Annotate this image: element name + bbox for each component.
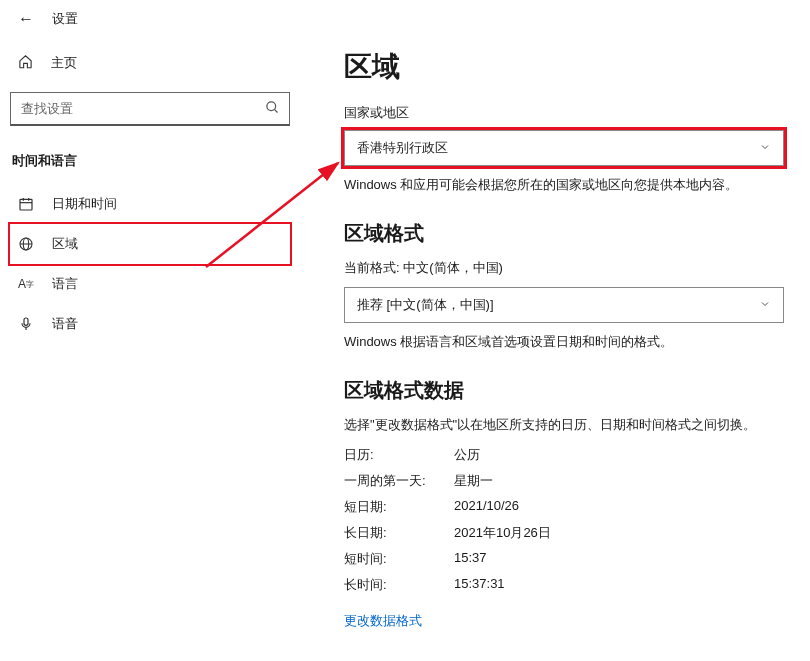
chevron-down-icon: [759, 298, 771, 313]
region-format-value: 推荐 [中文(简体，中国)]: [357, 296, 494, 314]
data-row: 长时间:15:37:31: [344, 572, 790, 598]
current-format-label: 当前格式: 中文(简体，中国): [344, 259, 790, 277]
sidebar-item-datetime[interactable]: 日期和时间: [10, 184, 290, 224]
sidebar: 主页 时间和语言 日期和时间 区域 A字 语言: [0, 34, 300, 659]
region-format-hint: Windows 根据语言和区域首选项设置日期和时间的格式。: [344, 333, 790, 351]
microphone-icon: [18, 316, 34, 332]
sidebar-item-language[interactable]: A字 语言: [10, 264, 290, 304]
data-row: 日历:公历: [344, 442, 790, 468]
country-value: 香港特别行政区: [357, 139, 448, 157]
region-format-dropdown[interactable]: 推荐 [中文(简体，中国)]: [344, 287, 784, 323]
data-row: 短时间:15:37: [344, 546, 790, 572]
change-data-format-link[interactable]: 更改数据格式: [344, 612, 790, 630]
svg-rect-9: [24, 318, 28, 325]
content-area: 区域 国家或地区 香港特别行政区 Windows 和应用可能会根据您所在的国家或…: [300, 34, 810, 659]
data-table: 日历:公历 一周的第一天:星期一 短日期:2021/10/26 长日期:2021…: [344, 442, 790, 598]
svg-rect-2: [20, 199, 32, 210]
svg-point-0: [267, 102, 276, 111]
sidebar-item-label: 日期和时间: [52, 195, 117, 213]
sidebar-item-label: 区域: [52, 235, 78, 253]
sidebar-item-region[interactable]: 区域: [10, 224, 290, 264]
data-row: 长日期:2021年10月26日: [344, 520, 790, 546]
category-label: 时间和语言: [10, 148, 290, 184]
globe-icon: [18, 236, 34, 252]
back-button[interactable]: ←: [18, 10, 34, 28]
region-format-heading: 区域格式: [344, 220, 790, 247]
search-input[interactable]: [10, 92, 290, 126]
search-icon: [265, 100, 280, 118]
calendar-icon: [18, 196, 34, 212]
sidebar-item-speech[interactable]: 语音: [10, 304, 290, 344]
page-title: 区域: [344, 48, 790, 86]
data-row: 短日期:2021/10/26: [344, 494, 790, 520]
home-icon: [18, 54, 33, 72]
data-heading: 区域格式数据: [344, 377, 790, 404]
country-hint: Windows 和应用可能会根据您所在的国家或地区向您提供本地内容。: [344, 176, 790, 194]
sidebar-item-label: 语音: [52, 315, 78, 333]
home-label: 主页: [51, 54, 77, 72]
sidebar-item-label: 语言: [52, 275, 78, 293]
chevron-down-icon: [759, 141, 771, 156]
language-icon: A字: [18, 276, 34, 292]
home-button[interactable]: 主页: [10, 48, 290, 78]
country-label: 国家或地区: [344, 104, 790, 122]
data-desc: 选择"更改数据格式"以在地区所支持的日历、日期和时间格式之间切换。: [344, 416, 790, 434]
svg-line-1: [274, 109, 277, 112]
data-row: 一周的第一天:星期一: [344, 468, 790, 494]
country-dropdown[interactable]: 香港特别行政区: [344, 130, 784, 166]
window-title: 设置: [52, 10, 78, 28]
